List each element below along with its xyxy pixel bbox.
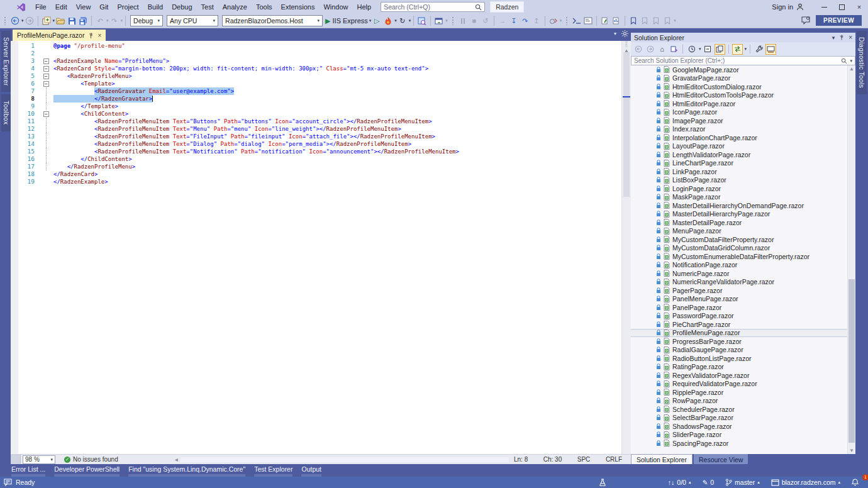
column-indicator[interactable]: Ch: 30 [543, 456, 562, 463]
split-window-handle[interactable]: ⌶ [625, 41, 628, 47]
show-next-statement-button[interactable]: → [497, 15, 508, 27]
restart-debug-button[interactable]: ↺ [480, 15, 491, 27]
panel-tab-error-list[interactable]: Error List ... [11, 465, 45, 477]
side-tab-toolbox[interactable]: Toolbox [1, 94, 11, 131]
code-line[interactable]: 18</RadzenCard> [11, 170, 621, 178]
code-line[interactable]: 5− <RadzenProfileMenu> [11, 72, 621, 80]
search-options-caret[interactable]: ▾ [850, 58, 852, 64]
code-line[interactable]: 8 </RadzenGravatar> [11, 95, 621, 103]
code-line[interactable]: 17 </RadzenProfileMenu> [11, 163, 621, 170]
collapse-region-icon[interactable]: − [43, 111, 49, 117]
save-all-button[interactable] [77, 15, 89, 27]
solution-item[interactable]: SchedulerPage.razor [631, 405, 855, 414]
menu-item-test[interactable]: Test [197, 1, 218, 13]
quick-search-input[interactable]: Search (Ctrl+Q) [381, 2, 485, 12]
code-line[interactable]: 19</RadzenExample> [11, 178, 621, 186]
switch-views-icon[interactable] [669, 44, 679, 55]
solution-item[interactable]: MaskPage.razor [631, 193, 855, 202]
solution-item[interactable]: RowPage.razor [631, 397, 855, 406]
se-back-button[interactable] [633, 44, 643, 55]
pending-edits-status[interactable]: ✎ 0 [696, 477, 720, 488]
scroll-left-icon[interactable]: ◂ [175, 456, 178, 463]
solution-item[interactable]: MasterDetailPage.razor [631, 218, 855, 227]
menu-item-help[interactable]: Help [353, 1, 376, 13]
window-options-icon[interactable] [621, 30, 628, 37]
git-sync-status[interactable]: ↑↓ 0/0 ▴ [662, 477, 697, 488]
navigate-back-button[interactable] [9, 15, 21, 27]
solution-item[interactable]: PanelMenuPage.razor [631, 295, 855, 304]
document-tab-active[interactable]: ProfileMenuPage.razor × [13, 30, 106, 41]
step-over-button[interactable]: ↷ [520, 15, 531, 27]
menu-item-view[interactable]: View [72, 1, 96, 13]
issues-indicator[interactable]: ✓ No issues found [64, 456, 118, 463]
menu-item-analyze[interactable]: Analyze [218, 1, 252, 13]
immediate-window-button[interactable] [571, 15, 582, 27]
panel-tab-find-using-system-linq-dynamic-core[interactable]: Find "using System.Linq.Dynamic.Core" [128, 465, 245, 477]
se-vertical-scrollbar[interactable]: ▲ ▼ [847, 65, 855, 454]
fold-margin[interactable]: − [40, 110, 53, 118]
scrollbar-track[interactable] [623, 52, 630, 197]
hot-reload-button[interactable] [382, 15, 394, 27]
solution-item[interactable]: RadioButtonListPage.razor [631, 354, 855, 363]
se-scrollbar-thumb[interactable] [849, 279, 855, 443]
code-line[interactable]: 1@page "/profile-menu" [11, 42, 621, 50]
solution-item[interactable]: SelectBarPage.razor [631, 414, 855, 423]
solution-item[interactable]: RadialGaugePage.razor [631, 346, 855, 355]
fold-margin[interactable]: − [40, 80, 53, 87]
close-button[interactable]: × [850, 0, 868, 14]
fold-margin[interactable] [40, 170, 53, 178]
solution-item[interactable]: RegexValidatorPage.razor [631, 371, 855, 380]
solution-item[interactable]: NumericRangeValidatorPage.razor [631, 278, 855, 287]
open-file-button[interactable] [55, 15, 66, 27]
side-tab-server-explorer[interactable]: Server Explorer [1, 31, 11, 92]
attach-to-process-button[interactable] [433, 15, 445, 27]
solution-item[interactable]: NotificationPage.razor [631, 261, 855, 270]
solution-platform-dropdown[interactable]: Any CPU▾ [167, 15, 218, 26]
editor-horizontal-scrollbar[interactable]: ◂ [175, 455, 511, 464]
solution-item[interactable]: LoginPage.razor [631, 184, 855, 193]
fold-margin[interactable] [40, 87, 53, 95]
command-window-button[interactable] [582, 15, 594, 27]
save-button[interactable] [66, 15, 77, 27]
editor-vertical-scrollbar[interactable]: ⌶ ▲ [621, 41, 631, 454]
clear-bookmarks-button[interactable] [662, 15, 673, 27]
fold-margin[interactable]: − [40, 57, 53, 65]
solution-item[interactable]: PieChartPage.razor [631, 320, 855, 329]
collapse-region-icon[interactable]: − [43, 74, 49, 79]
solution-item[interactable]: HtmlEditorCustomDialog.razor [631, 82, 855, 91]
notifications-bell[interactable]: 1 [846, 477, 864, 488]
solution-item[interactable]: LengthValidatorPage.razor [631, 150, 855, 159]
solution-item[interactable]: HtmlEditorCustomToolsPage.razor [631, 91, 855, 100]
fold-margin[interactable] [40, 133, 53, 140]
solution-item[interactable]: ProgressBarPage.razor [631, 337, 855, 346]
solution-item[interactable]: RatingPage.razor [631, 363, 855, 372]
solution-item[interactable]: ProfileMenuPage.razor [631, 329, 855, 338]
code-line[interactable]: 12 <RadzenProfileMenuItem Text="Menu" Pa… [11, 125, 621, 133]
code-editor[interactable]: 1@page "/profile-menu"23−<RadzenExample … [11, 41, 631, 454]
properties-wrench-icon[interactable] [754, 44, 764, 55]
fold-margin[interactable] [40, 42, 53, 50]
scroll-down-icon[interactable]: ▼ [848, 447, 855, 454]
profiler-button[interactable] [611, 15, 622, 27]
code-line[interactable]: 11 <RadzenProfileMenuItem Text="Buttons"… [11, 118, 621, 125]
menu-item-extensions[interactable]: Extensions [277, 1, 320, 13]
menu-item-tools[interactable]: Tools [252, 1, 277, 13]
menu-item-git[interactable]: Git [95, 1, 113, 13]
collapse-region-icon[interactable]: − [43, 58, 49, 64]
filter-caret[interactable]: ▾ [699, 47, 701, 52]
insert-mode-indicator[interactable]: SPC [577, 456, 591, 463]
solution-item[interactable]: InterpolationChartPage.razor [631, 133, 855, 142]
background-tasks-icon[interactable] [593, 477, 612, 488]
code-line[interactable]: 2 [11, 50, 621, 57]
status-splitter[interactable] [11, 455, 21, 464]
navigate-back-caret[interactable]: ▾ [21, 18, 24, 23]
close-tab-icon[interactable]: × [97, 32, 101, 39]
code-line[interactable]: 10− <ChildContent> [11, 110, 621, 118]
line-indicator[interactable]: Ln: 8 [514, 456, 528, 463]
fold-margin[interactable] [40, 50, 53, 57]
fold-margin[interactable]: − [40, 65, 53, 72]
send-feedback-icon[interactable] [801, 16, 810, 25]
pin-icon[interactable] [88, 33, 94, 38]
code-line[interactable]: 7 <RadzenGravatar Email="user@example.co… [11, 87, 621, 95]
side-tab-diagnostic-tools[interactable]: Diagnostic Tools [857, 31, 867, 94]
